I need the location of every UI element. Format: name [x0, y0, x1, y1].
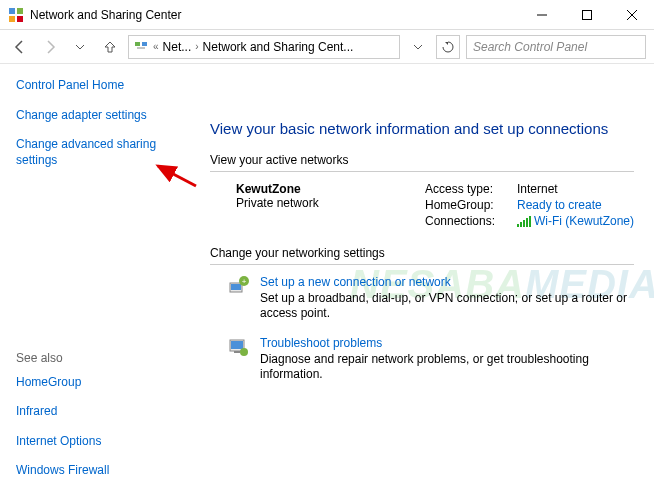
- access-type-value: Internet: [517, 182, 558, 196]
- seealso-internet-options[interactable]: Internet Options: [16, 434, 190, 450]
- setup-connection-icon: +: [228, 275, 250, 297]
- svg-rect-12: [231, 284, 241, 290]
- setup-connection-title[interactable]: Set up a new connection or network: [260, 275, 634, 289]
- up-button[interactable]: [98, 35, 122, 59]
- change-settings-label: Change your networking settings: [210, 246, 634, 260]
- breadcrumb[interactable]: « Net... › Network and Sharing Cent...: [128, 35, 400, 59]
- active-networks-label: View your active networks: [210, 153, 634, 167]
- main-content: NESABAMEDIA View your basic network info…: [200, 64, 654, 503]
- active-network-row: KewutZone Private network Access type:In…: [210, 182, 634, 230]
- chevron-icon: ›: [195, 41, 198, 52]
- troubleshoot-icon: [228, 336, 250, 358]
- connections-label: Connections:: [425, 214, 509, 228]
- svg-rect-0: [9, 8, 15, 14]
- forward-button[interactable]: [38, 35, 62, 59]
- titlebar: Network and Sharing Center: [0, 0, 654, 30]
- network-name: KewutZone: [236, 182, 319, 196]
- svg-rect-5: [582, 10, 591, 19]
- svg-rect-2: [9, 16, 15, 22]
- app-icon: [8, 7, 24, 23]
- search-placeholder: Search Control Panel: [473, 40, 587, 54]
- setup-connection-item[interactable]: + Set up a new connection or network Set…: [210, 275, 634, 322]
- svg-rect-3: [17, 16, 23, 22]
- homegroup-label: HomeGroup:: [425, 198, 509, 212]
- recent-dropdown[interactable]: [68, 35, 92, 59]
- troubleshoot-item[interactable]: Troubleshoot problems Diagnose and repai…: [210, 336, 634, 383]
- troubleshoot-desc: Diagnose and repair network problems, or…: [260, 352, 634, 383]
- back-button[interactable]: [8, 35, 32, 59]
- sidebar: Control Panel Home Change adapter settin…: [0, 64, 200, 503]
- svg-rect-17: [234, 351, 240, 353]
- breadcrumb-icon: [133, 39, 149, 55]
- close-button[interactable]: [609, 0, 654, 29]
- see-also-label: See also: [16, 351, 190, 365]
- breadcrumb-item[interactable]: Net...: [163, 40, 192, 54]
- search-input[interactable]: Search Control Panel: [466, 35, 646, 59]
- wifi-icon: [517, 216, 531, 227]
- breadcrumb-dropdown[interactable]: [406, 35, 430, 59]
- setup-connection-desc: Set up a broadband, dial-up, or VPN conn…: [260, 291, 634, 322]
- change-adapter-link[interactable]: Change adapter settings: [16, 108, 190, 124]
- navbar: « Net... › Network and Sharing Cent... S…: [0, 30, 654, 64]
- change-advanced-sharing-link[interactable]: Change advanced sharing settings: [16, 137, 190, 168]
- divider: [210, 264, 634, 265]
- refresh-button[interactable]: [436, 35, 460, 59]
- svg-rect-1: [17, 8, 23, 14]
- svg-text:+: +: [242, 277, 247, 286]
- breadcrumb-item[interactable]: Network and Sharing Cent...: [203, 40, 354, 54]
- divider: [210, 171, 634, 172]
- maximize-button[interactable]: [564, 0, 609, 29]
- control-panel-home-link[interactable]: Control Panel Home: [16, 78, 190, 94]
- homegroup-link[interactable]: Ready to create: [517, 198, 602, 212]
- chevron-icon: «: [153, 41, 159, 52]
- seealso-infrared[interactable]: Infrared: [16, 404, 190, 420]
- seealso-homegroup[interactable]: HomeGroup: [16, 375, 190, 391]
- page-heading: View your basic network information and …: [210, 119, 634, 139]
- svg-rect-16: [231, 341, 243, 349]
- window-title: Network and Sharing Center: [30, 8, 519, 22]
- seealso-firewall[interactable]: Windows Firewall: [16, 463, 190, 479]
- connection-link[interactable]: Wi-Fi (KewutZone): [517, 214, 634, 228]
- svg-rect-9: [142, 42, 147, 46]
- svg-rect-8: [135, 42, 140, 46]
- svg-point-18: [240, 348, 248, 356]
- network-type: Private network: [236, 196, 319, 210]
- troubleshoot-title[interactable]: Troubleshoot problems: [260, 336, 634, 350]
- access-type-label: Access type:: [425, 182, 509, 196]
- minimize-button[interactable]: [519, 0, 564, 29]
